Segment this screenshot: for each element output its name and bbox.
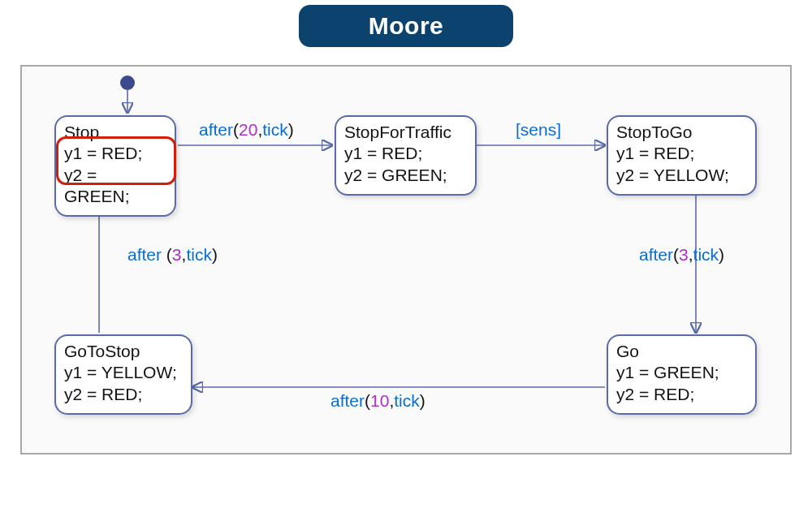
state-diagram-frame: Stop y1 = RED; y2 = GREEN; StopForTraffi… [20, 65, 792, 455]
kw: after [199, 120, 233, 139]
paren-close: ) [719, 245, 724, 264]
state-output-y2: y2 = GREEN; [64, 165, 166, 208]
number: 3 [679, 245, 689, 264]
state-output-y2: y2 = RED; [616, 384, 747, 405]
condition: [sens] [516, 120, 561, 139]
state-name: Stop [64, 122, 166, 143]
state-output-y1: y1 = RED; [616, 143, 747, 164]
number: 20 [239, 120, 257, 139]
state-output-y1: y1 = GREEN; [616, 362, 747, 383]
transition-label-sft-to-stg: [sens] [516, 120, 561, 140]
kw: after [127, 245, 166, 264]
state-stop: Stop y1 = RED; y2 = GREEN; [54, 115, 176, 217]
paren-open: ( [233, 120, 239, 139]
state-stopfortraffic: StopForTraffic y1 = RED; y2 = GREEN; [335, 115, 477, 196]
state-output-y1: y1 = YELLOW; [64, 362, 183, 383]
state-name: StopForTraffic [344, 122, 467, 143]
paren-open: ( [673, 245, 679, 264]
number: 3 [172, 245, 182, 264]
state-name: Go [616, 341, 747, 362]
event: tick [186, 245, 212, 264]
paren-close: ) [420, 391, 425, 410]
kw: after [639, 245, 673, 264]
state-name: StopToGo [616, 122, 747, 143]
paren-open: ( [166, 245, 172, 264]
event: tick [394, 391, 420, 410]
state-output-y1: y1 = RED; [64, 143, 166, 164]
transition-label-stg-to-go: after(3,tick) [639, 245, 724, 265]
event: tick [262, 120, 288, 139]
state-gotostop: GoToStop y1 = YELLOW; y2 = RED; [54, 334, 192, 415]
state-output-y2: y2 = GREEN; [344, 165, 467, 186]
paren-close: ) [288, 120, 294, 139]
event: tick [693, 245, 719, 264]
paren-open: ( [365, 391, 370, 410]
paren-close: ) [212, 245, 218, 264]
state-name: GoToStop [64, 341, 183, 362]
transition-label-go-to-gts: after(10,tick) [330, 391, 425, 411]
transition-label-stop-to-sft: after(20,tick) [199, 120, 294, 140]
kw: after [330, 391, 365, 410]
state-output-y2: y2 = RED; [64, 384, 183, 405]
initial-state-dot-icon [120, 75, 135, 90]
state-go: Go y1 = GREEN; y2 = RED; [607, 334, 757, 415]
state-output-y2: y2 = YELLOW; [616, 165, 747, 186]
state-stoptogo: StopToGo y1 = RED; y2 = YELLOW; [607, 115, 757, 196]
number: 10 [370, 391, 389, 410]
transition-label-gts-to-stop: after (3,tick) [127, 245, 218, 265]
diagram-title: Moore [299, 5, 513, 47]
state-output-y1: y1 = RED; [344, 143, 467, 164]
